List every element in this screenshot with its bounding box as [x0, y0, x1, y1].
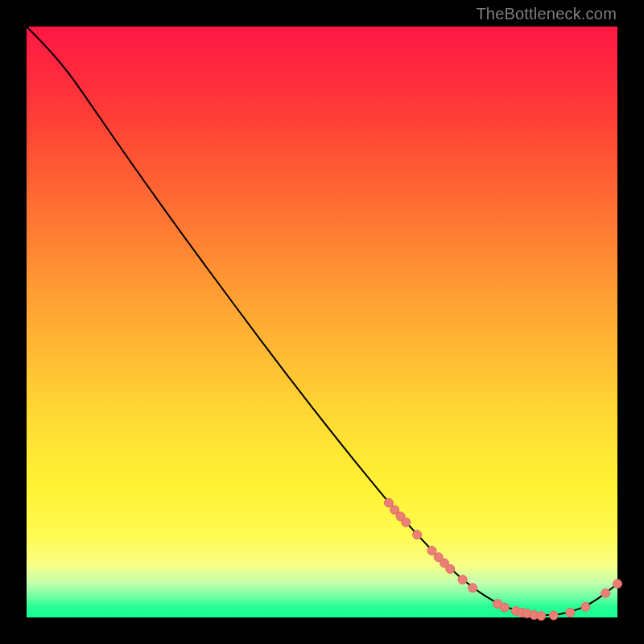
attribution-watermark: TheBottleneck.com [476, 5, 617, 23]
data-marker [549, 611, 558, 620]
data-marker [402, 518, 411, 526]
data-marker [413, 530, 422, 539]
marker-layer [384, 498, 621, 620]
data-marker [537, 612, 546, 621]
data-marker [601, 588, 610, 597]
data-marker [500, 603, 509, 612]
data-marker [458, 576, 467, 584]
bottleneck-curve [27, 27, 617, 615]
chart-overlay [27, 27, 617, 617]
data-marker [613, 580, 622, 588]
data-marker [446, 564, 455, 573]
data-marker [581, 602, 590, 611]
data-marker [384, 498, 393, 507]
data-marker [469, 584, 477, 592]
chart-stage: TheBottleneck.com [0, 0, 644, 644]
data-marker [566, 608, 575, 617]
